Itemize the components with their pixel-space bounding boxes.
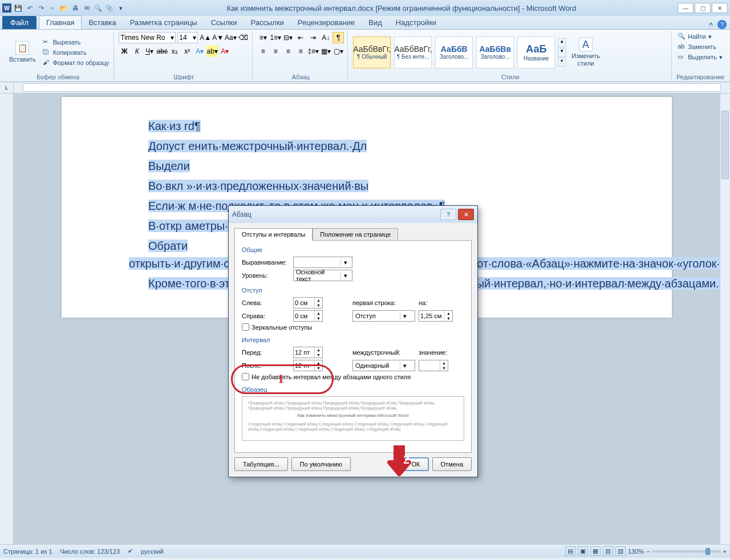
after-spin[interactable]: ▲▼ bbox=[293, 360, 323, 371]
view-printlayout-icon[interactable]: ▤ bbox=[565, 546, 575, 556]
font-color-icon[interactable]: A▾ bbox=[219, 46, 230, 57]
tab-view[interactable]: Вид bbox=[362, 16, 389, 29]
align-left-icon[interactable]: ≡ bbox=[257, 46, 269, 57]
status-page[interactable]: Страница: 1 из 1 bbox=[3, 548, 52, 555]
styles-more-icon[interactable]: ▾ bbox=[558, 58, 566, 67]
tabs-button[interactable]: Табуляция... bbox=[234, 457, 288, 471]
italic-icon[interactable]: К bbox=[131, 46, 143, 57]
select-button[interactable]: ▭Выделить ▾ bbox=[676, 52, 724, 62]
tab-insert[interactable]: Вставка bbox=[82, 16, 123, 29]
styles-scroll-down-icon[interactable]: ▼ bbox=[558, 48, 566, 57]
borders-icon[interactable]: ▢▾ bbox=[332, 46, 344, 57]
spin-down-icon[interactable]: ▼ bbox=[315, 303, 322, 308]
style-heading1[interactable]: АаБбВЗаголово... bbox=[435, 36, 473, 68]
highlight-icon[interactable]: ab▾ bbox=[206, 46, 218, 57]
spin-up-icon[interactable]: ▲ bbox=[315, 347, 322, 352]
spin-down-icon[interactable]: ▼ bbox=[315, 366, 322, 371]
superscript-icon[interactable]: x² bbox=[181, 46, 193, 57]
scroll-thumb[interactable] bbox=[721, 111, 729, 179]
linespacing-combo[interactable]: Одинарный▾ bbox=[352, 360, 415, 371]
format-painter-button[interactable]: 🖌Формат по образцу bbox=[42, 58, 111, 67]
tab-layout[interactable]: Разметка страницы bbox=[123, 16, 204, 29]
zoom-level[interactable]: 130% bbox=[628, 548, 644, 555]
underline-icon[interactable]: Ч▾ bbox=[144, 46, 155, 57]
open-icon[interactable]: 📂 bbox=[59, 3, 68, 13]
minimize-button[interactable]: — bbox=[678, 3, 694, 13]
line-spacing-icon[interactable]: ‡≡▾ bbox=[307, 46, 319, 57]
noadd-checkbox[interactable]: Не добавлять интервал между абзацами одн… bbox=[242, 373, 464, 380]
tab-references[interactable]: Ссылки bbox=[204, 16, 244, 29]
paste-button[interactable]: 📋 Вставить bbox=[6, 40, 39, 64]
zoom-out-button[interactable]: − bbox=[646, 548, 650, 555]
file-tab[interactable]: Файл bbox=[2, 16, 36, 29]
sort-icon[interactable]: A↓ bbox=[320, 32, 331, 43]
bold-icon[interactable]: Ж bbox=[119, 46, 130, 57]
style-heading2[interactable]: АаБбВвЗаголово... bbox=[476, 36, 514, 68]
grow-font-icon[interactable]: A▲ bbox=[200, 32, 211, 43]
qat-dropdown-icon[interactable]: ▾ bbox=[116, 3, 125, 13]
clear-format-icon[interactable]: ⌫ bbox=[237, 32, 249, 43]
view-fullscreen-icon[interactable]: ▣ bbox=[578, 546, 588, 556]
subscript-icon[interactable]: x₂ bbox=[169, 46, 180, 57]
outdent-icon[interactable]: ⇤ bbox=[295, 32, 306, 43]
tab-mailings[interactable]: Рассылки bbox=[244, 16, 291, 29]
attach-icon[interactable]: 📎 bbox=[105, 3, 114, 13]
status-spellcheck-icon[interactable]: ✔ bbox=[128, 547, 133, 555]
show-marks-icon[interactable]: ¶ bbox=[332, 32, 344, 43]
indent-left-spin[interactable]: ▲▼ bbox=[293, 297, 323, 309]
close-button[interactable]: ✕ bbox=[712, 3, 728, 13]
ribbon-minimize-icon[interactable]: ^ bbox=[709, 21, 713, 29]
vertical-ruler[interactable] bbox=[0, 94, 14, 544]
font-name-combo[interactable]: Times New Ro▾ bbox=[119, 32, 176, 43]
at-spin[interactable]: ▲▼ bbox=[419, 360, 448, 371]
spin-up-icon[interactable]: ▲ bbox=[445, 311, 452, 316]
new-icon[interactable]: ▫ bbox=[48, 3, 57, 13]
shading-icon[interactable]: ▦▾ bbox=[320, 46, 331, 57]
numbering-icon[interactable]: 1≡▾ bbox=[270, 32, 281, 43]
find-button[interactable]: 🔍Найти ▾ bbox=[676, 32, 712, 41]
zoom-in-button[interactable]: + bbox=[723, 548, 727, 555]
status-language[interactable]: русский bbox=[141, 548, 163, 555]
spin-down-icon[interactable]: ▼ bbox=[315, 316, 322, 321]
zoom-slider[interactable] bbox=[652, 550, 721, 553]
spin-down-icon[interactable]: ▼ bbox=[315, 352, 322, 358]
default-button[interactable]: По умолчанию bbox=[291, 457, 351, 471]
shrink-font-icon[interactable]: A▼ bbox=[212, 32, 224, 43]
align-center-icon[interactable]: ≡ bbox=[270, 46, 281, 57]
ruler-corner[interactable]: L bbox=[0, 82, 14, 93]
dialog-titlebar[interactable]: Абзац ? ✕ bbox=[229, 206, 477, 223]
dialog-close-button[interactable]: ✕ bbox=[458, 209, 474, 220]
undo-icon[interactable]: ↶ bbox=[25, 3, 34, 13]
zoom-knob[interactable] bbox=[705, 548, 710, 555]
style-normal[interactable]: АаБбВвГг,¶ Обычный bbox=[353, 36, 391, 68]
spin-up-icon[interactable]: ▲ bbox=[315, 311, 322, 316]
firstline-combo[interactable]: Отступ▾ bbox=[352, 310, 415, 322]
help-icon[interactable]: ? bbox=[717, 20, 727, 29]
styles-scroll-up-icon[interactable]: ▲ bbox=[558, 38, 566, 47]
style-nospace[interactable]: АаБбВвГг,¶ Без инте... bbox=[394, 36, 432, 68]
tab-addins[interactable]: Надстройки bbox=[389, 16, 443, 29]
multilevel-icon[interactable]: ⊟▾ bbox=[282, 32, 294, 43]
alignment-combo[interactable]: ▾ bbox=[293, 257, 352, 268]
change-styles-button[interactable]: A Изменить стили bbox=[568, 36, 603, 67]
justify-icon[interactable]: ≡ bbox=[295, 46, 306, 57]
preview-icon[interactable]: 🔍 bbox=[94, 3, 103, 13]
save-icon[interactable]: 💾 bbox=[14, 3, 23, 13]
cancel-button[interactable]: Отмена bbox=[432, 457, 472, 471]
by-spin[interactable]: ▲▼ bbox=[419, 310, 453, 322]
tab-home[interactable]: Главная bbox=[39, 15, 82, 29]
spin-up-icon[interactable]: ▲ bbox=[315, 360, 322, 366]
indent-icon[interactable]: ⇥ bbox=[307, 32, 319, 43]
before-spin[interactable]: ▲▼ bbox=[293, 347, 323, 358]
spin-up-icon[interactable]: ▲ bbox=[315, 298, 322, 303]
tab-position[interactable]: Положение на странице bbox=[313, 228, 398, 241]
spin-down-icon[interactable]: ▼ bbox=[445, 316, 452, 321]
redo-icon[interactable]: ↷ bbox=[36, 3, 46, 13]
status-words[interactable]: Число слов: 123/123 bbox=[60, 548, 120, 555]
print-icon[interactable]: 🖶 bbox=[71, 3, 80, 13]
view-draft-icon[interactable]: ▧ bbox=[615, 546, 626, 556]
mirror-checkbox[interactable]: Зеркальные отступы bbox=[242, 323, 464, 331]
view-web-icon[interactable]: ▦ bbox=[590, 546, 601, 556]
vertical-scrollbar[interactable] bbox=[720, 94, 730, 544]
indent-right-spin[interactable]: ▲▼ bbox=[293, 310, 323, 322]
